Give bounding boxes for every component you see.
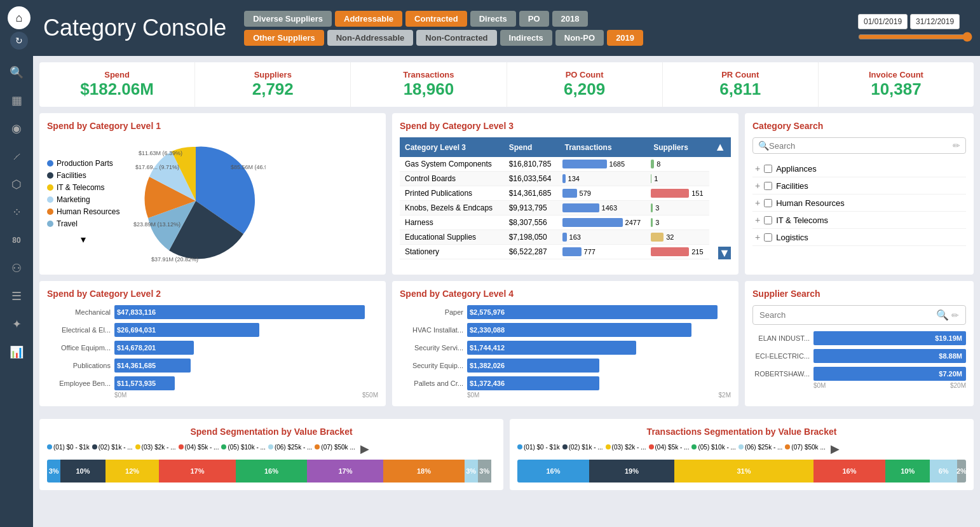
sidebar-icon-network[interactable]: ⬡ xyxy=(5,173,28,196)
dashboard-grid-row2: Spend by Category Level 2 Mechanical $47… xyxy=(39,281,974,406)
txn-seg-segment: 10% xyxy=(885,460,930,483)
seg-legend-item: (02) $1k - ... xyxy=(92,444,133,451)
cat-spend-cell: $7,198,050 xyxy=(504,230,560,245)
category-search-input[interactable] xyxy=(769,141,950,151)
filter-row-1: Diverse Suppliers Addressable Contracted… xyxy=(244,11,845,27)
txn-seg-legend-label: (05) $10k - ... xyxy=(698,444,735,451)
legend-label-4: Human Resources xyxy=(57,207,119,216)
col-header-suppliers[interactable]: Suppliers xyxy=(648,137,709,157)
expand-plus-icon[interactable]: + xyxy=(755,163,760,174)
supplier-axis-max: $20M xyxy=(950,382,966,389)
pie-expand-icon[interactable]: ▾ xyxy=(47,233,119,245)
txn-seg-next-arrow[interactable]: ▶ xyxy=(828,442,842,456)
sidebar-icon-bar-chart[interactable]: ▦ xyxy=(5,89,28,112)
cat-checkbox[interactable] xyxy=(764,216,772,224)
sidebar-icon-globe[interactable]: ◉ xyxy=(5,117,28,140)
svg-text:$23.89M (13.12%): $23.89M (13.12%) xyxy=(133,221,180,228)
expand-plus-icon[interactable]: + xyxy=(755,181,760,191)
bar-fill: $47,833,116 xyxy=(114,305,365,319)
pie-chart-svg: $85.56M (46.98%) $11.63M (6.39%) $17.69.… xyxy=(126,137,266,264)
scroll-down-btn[interactable]: ▼ xyxy=(718,247,731,259)
cat-name-cell: Gas System Components xyxy=(400,157,504,172)
cat-item-label: Logistics xyxy=(776,233,808,242)
table-row: Knobs, Bezels & Endcaps$9,913,79514633 xyxy=(400,201,731,216)
expand-plus-icon[interactable]: + xyxy=(755,215,760,225)
sidebar-icon-counter[interactable]: 80 xyxy=(5,229,28,252)
col-header-transactions[interactable]: Transactions xyxy=(560,137,649,157)
stat-suppliers-label: Suppliers xyxy=(205,70,340,79)
bar-track: $14,678,201 xyxy=(114,341,378,355)
sidebar-icon-star[interactable]: ✦ xyxy=(5,313,28,336)
seg-segment: 18% xyxy=(383,460,464,483)
sidebar-icon-scatter[interactable]: ⁘ xyxy=(5,201,28,224)
filter-other-suppliers[interactable]: Other Suppliers xyxy=(244,30,324,46)
bar-row: Security Servi... $1,744,412 xyxy=(400,341,731,355)
legend-label-3: Marketing xyxy=(57,195,90,204)
sidebar-icon-people[interactable]: ⚇ xyxy=(5,257,28,280)
category-search-item[interactable]: +Human Resources xyxy=(752,195,966,212)
category-search-item[interactable]: +IT & Telecoms xyxy=(752,212,966,229)
legend-item-2: IT & Telecoms xyxy=(47,183,119,192)
category-search-box[interactable]: 🔍 ✏ xyxy=(752,137,966,154)
stat-po-label: PO Count xyxy=(517,70,652,79)
filter-non-contracted[interactable]: Non-Contracted xyxy=(416,30,496,46)
filter-directs[interactable]: Directs xyxy=(470,11,516,27)
sidebar-icon-table[interactable]: ☰ xyxy=(5,285,28,308)
spend-seg-next-arrow[interactable]: ▶ xyxy=(358,442,372,456)
sidebar-icon-search[interactable]: 🔍 xyxy=(5,61,28,84)
txn-seg-legend-item: (06) $25k - ... xyxy=(738,444,782,451)
filter-2019[interactable]: 2019 xyxy=(607,30,643,46)
cat-checkbox[interactable] xyxy=(764,182,772,190)
bar-row: HVAC Installat... $2,330,088 xyxy=(400,323,731,337)
filter-non-addressable[interactable]: Non-Addressable xyxy=(327,30,414,46)
home-logo-icon[interactable]: ⌂ xyxy=(8,6,31,29)
cat-suppliers-cell: 3 xyxy=(648,216,709,230)
sidebar-icon-line-chart[interactable]: ⟋ xyxy=(5,145,28,168)
cat-checkbox[interactable] xyxy=(764,165,772,173)
category-search-pencil-icon[interactable]: ✏ xyxy=(953,140,960,151)
category-search-item[interactable]: +Appliances xyxy=(752,160,966,177)
txn-seg-legend: (01) $0 - $1k(02) $1k - ...(03) $2k - ..… xyxy=(517,444,826,451)
txn-seg-segment: 6% xyxy=(930,460,956,483)
cat-item-label: Facilities xyxy=(776,181,808,191)
level4-axis-max: $2M xyxy=(719,392,731,399)
filter-non-po[interactable]: Non-PO xyxy=(555,30,604,46)
filter-contracted[interactable]: Contracted xyxy=(405,11,467,27)
segmentation-row: Spend Segmentation by Value Bracket (01)… xyxy=(39,413,974,490)
refresh-icon[interactable]: ↻ xyxy=(10,32,28,50)
scroll-up-btn[interactable]: ▲ xyxy=(709,137,731,157)
category-search-item[interactable]: +Facilities xyxy=(752,177,966,195)
filter-addressable[interactable]: Addressable xyxy=(335,11,402,27)
sidebar-icon-report[interactable]: 📊 xyxy=(5,341,28,364)
date-slider[interactable] xyxy=(858,32,972,42)
expand-plus-icon[interactable]: + xyxy=(755,198,760,208)
bar-fill: $2,575,976 xyxy=(467,305,718,319)
supplier-search-input[interactable] xyxy=(759,310,936,320)
filter-indirects[interactable]: Indirects xyxy=(500,30,552,46)
cat-transactions-cell: 579 xyxy=(560,186,649,201)
table-row: Harness$8,307,55624773 xyxy=(400,216,731,230)
col-header-category[interactable]: Category Level 3 xyxy=(400,137,504,157)
spend-level4-bars: Paper $2,575,976 HVAC Installat... $2,33… xyxy=(400,305,731,390)
supplier-search-box[interactable]: 🔍 ✏ xyxy=(752,305,966,325)
category-search-icon: 🔍 xyxy=(758,140,769,151)
stat-suppliers-value: 2,792 xyxy=(205,79,340,99)
supplier-bar-value: $8.88M xyxy=(939,352,962,360)
filter-diverse-suppliers[interactable]: Diverse Suppliers xyxy=(244,11,332,27)
col-header-spend[interactable]: Spend xyxy=(504,137,560,157)
txn-seg-legend-item: (01) $0 - $1k xyxy=(517,444,560,451)
expand-plus-icon[interactable]: + xyxy=(755,232,760,242)
supplier-search-title: Supplier Search xyxy=(752,289,966,299)
filter-2018[interactable]: 2018 xyxy=(552,11,589,27)
category-search-item[interactable]: +Logistics xyxy=(752,229,966,246)
date-start[interactable]: 01/01/2019 xyxy=(858,14,908,29)
panel-spend-level1-title: Spend by Category Level 1 xyxy=(47,121,378,131)
supplier-pencil-icon[interactable]: ✏ xyxy=(951,310,959,320)
bar-row: Paper $2,575,976 xyxy=(400,305,731,319)
filter-po[interactable]: PO xyxy=(519,11,549,27)
cat-checkbox[interactable] xyxy=(764,199,772,207)
date-end[interactable]: 31/12/2019 xyxy=(910,14,960,29)
cat-checkbox[interactable] xyxy=(764,233,772,242)
bar-fill: $1,382,026 xyxy=(467,359,599,373)
bar-fill: $14,678,201 xyxy=(114,341,194,355)
